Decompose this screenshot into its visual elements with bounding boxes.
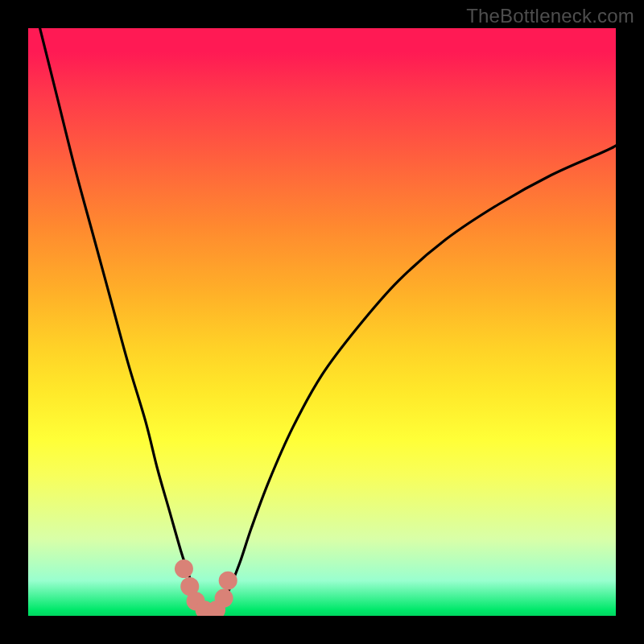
marker-layer [28,28,616,616]
watermark-text: TheBottleneck.com [466,5,634,27]
marker-group [175,559,237,616]
chart-frame: TheBottleneck.com [0,0,644,644]
marker-right-arm-low [215,589,233,608]
plot-area [28,28,616,616]
marker-left-arm-top [175,559,193,578]
marker-right-arm-top [219,572,237,590]
